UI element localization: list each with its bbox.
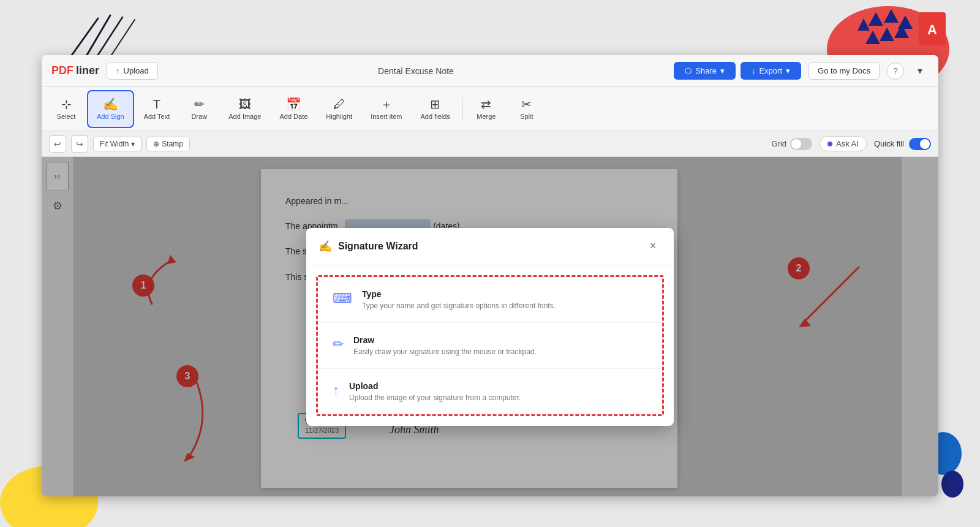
modal-option-upload-text: Upload Upload the image of your signatur… (349, 381, 521, 402)
svg-marker-9 (865, 31, 880, 44)
upload-icon: ↑ (116, 66, 120, 75)
draw-label: Draw (191, 113, 207, 120)
share-export-area: ⬡ Share ▾ ↓ Export ▾ (674, 62, 801, 80)
fit-width-button[interactable]: Fit Width ▾ (93, 137, 141, 151)
ask-ai-button[interactable]: Ask AI (820, 136, 867, 151)
fit-width-dropdown-icon: ▾ (131, 140, 135, 148)
select-icon: ⊹ (61, 98, 72, 110)
add-image-icon: 🖼 (239, 98, 251, 110)
quick-fill-toggle-knob (920, 139, 930, 149)
add-image-label: Add Image (228, 113, 261, 120)
modal-option-draw[interactable]: ✏ Draw Easily draw your signature using … (318, 323, 662, 369)
export-label: Export (759, 66, 782, 75)
export-dropdown-icon: ▾ (786, 66, 790, 75)
undo-button[interactable]: ↩ (49, 135, 66, 153)
merge-label: Merge (477, 113, 496, 120)
type-option-title: Type (362, 289, 556, 299)
insert-item-tool-button[interactable]: ＋ Insert item (362, 90, 410, 128)
add-text-icon: T (153, 98, 160, 110)
grid-toggle-knob (791, 139, 801, 149)
highlight-icon: 🖊 (333, 98, 345, 110)
expand-button[interactable]: ▾ (911, 63, 929, 80)
quick-fill-section: Quick fill (874, 138, 931, 150)
insert-item-icon: ＋ (380, 98, 393, 110)
select-label: Select (57, 113, 76, 120)
add-sign-label: Add Sign (97, 113, 124, 120)
header: PDFliner ↑ Upload Dental Excuse Note ⬡ S… (42, 55, 938, 87)
split-tool-button[interactable]: ✂ Split (507, 90, 546, 128)
export-button[interactable]: ↓ Export ▾ (741, 62, 801, 80)
add-date-tool-button[interactable]: 📅 Add Date (271, 90, 316, 128)
main-content: 1/1 ⚙ Appeared in m... The appointm... (… (42, 157, 938, 496)
highlight-tool-button[interactable]: 🖊 Highlight (317, 90, 361, 128)
app-window: PDFliner ↑ Upload Dental Excuse Note ⬡ S… (42, 55, 938, 496)
add-date-label: Add Date (279, 113, 307, 120)
split-label: Split (520, 113, 533, 120)
ask-ai-dot (827, 142, 832, 146)
redo-button[interactable]: ↪ (71, 135, 88, 153)
type-option-desc: Type your name and get signature options… (362, 301, 556, 310)
add-fields-label: Add fields (421, 113, 450, 120)
insert-item-label: Insert item (371, 113, 402, 120)
quick-fill-label: Quick fill (874, 139, 904, 148)
svg-marker-11 (894, 25, 909, 38)
svg-marker-8 (898, 15, 913, 29)
modal-option-draw-text: Draw Easily draw your signature using th… (353, 335, 537, 356)
share-dropdown-icon: ▾ (720, 66, 725, 75)
stamp-icon: ⊕ (153, 140, 159, 148)
quick-fill-toggle[interactable] (909, 138, 931, 150)
modal-title-area: ✍ Signature Wizard (318, 240, 418, 253)
share-icon: ⬡ (685, 66, 692, 75)
add-sign-tool-button[interactable]: ✍ Add Sign (87, 90, 134, 128)
draw-icon: ✏ (194, 98, 205, 110)
wizard-icon: ✍ (318, 240, 332, 253)
modal-option-type[interactable]: ⌨ Type Type your name and get signature … (318, 277, 662, 323)
upload-option-desc: Upload the image of your signature from … (349, 393, 521, 402)
add-fields-tool-button[interactable]: ⊞ Add fields (412, 90, 459, 128)
select-tool-button[interactable]: ⊹ Select (47, 90, 86, 128)
stamp-label: Stamp (162, 140, 183, 148)
svg-marker-6 (869, 12, 883, 26)
svg-text:A: A (927, 22, 937, 37)
grid-toggle-switch[interactable] (790, 138, 812, 150)
document-title: Dental Excuse Note (165, 66, 667, 76)
ask-ai-label: Ask AI (836, 139, 859, 148)
upload-option-title: Upload (349, 381, 521, 391)
add-sign-icon: ✍ (103, 98, 118, 110)
svg-marker-10 (880, 28, 894, 41)
modal-body: ⌨ Type Type your name and get signature … (316, 275, 664, 416)
add-image-tool-button[interactable]: 🖼 Add Image (220, 90, 270, 128)
stamp-button[interactable]: ⊕ Stamp (146, 137, 190, 151)
modal-option-type-text: Type Type your name and get signature op… (362, 289, 556, 310)
logo-pdf: PDF (51, 64, 74, 77)
add-text-tool-button[interactable]: T Add Text (135, 90, 179, 128)
logo-liner: liner (76, 64, 99, 77)
signature-wizard-modal: ✍ Signature Wizard × ⌨ Type Type your na… (306, 228, 674, 426)
share-button[interactable]: ⬡ Share ▾ (674, 62, 736, 80)
help-button[interactable]: ? (887, 63, 904, 80)
draw-option-desc: Easily draw your signature using the mou… (353, 347, 537, 356)
modal-option-upload[interactable]: ↑ Upload Upload the image of your signat… (318, 369, 662, 414)
go-to-docs-button[interactable]: Go to my Docs (809, 62, 880, 80)
svg-rect-12 (919, 12, 946, 45)
app-logo: PDFliner (51, 64, 99, 77)
draw-tool-button[interactable]: ✏ Draw (179, 90, 219, 128)
grid-toggle-area: Grid (771, 138, 812, 150)
toolbar-separator (462, 97, 463, 121)
svg-marker-7 (884, 9, 899, 23)
add-text-label: Add Text (144, 113, 170, 120)
grid-label: Grid (771, 139, 786, 148)
modal-header: ✍ Signature Wizard × (306, 228, 674, 265)
split-icon: ✂ (521, 98, 532, 110)
upload-option-icon: ↑ (333, 382, 339, 398)
draw-option-icon: ✏ (333, 336, 344, 352)
toolbar: ⊹ Select ✍ Add Sign T Add Text ✏ Draw 🖼 … (42, 87, 938, 131)
modal-close-button[interactable]: × (644, 238, 662, 255)
draw-option-title: Draw (353, 335, 537, 345)
fit-width-label: Fit Width (100, 140, 129, 148)
svg-marker-5 (858, 18, 870, 31)
modal-overlay: ✍ Signature Wizard × ⌨ Type Type your na… (42, 157, 938, 496)
upload-button[interactable]: ↑ Upload (107, 62, 158, 80)
svg-point-16 (941, 471, 963, 498)
merge-tool-button[interactable]: ⇄ Merge (467, 90, 506, 128)
